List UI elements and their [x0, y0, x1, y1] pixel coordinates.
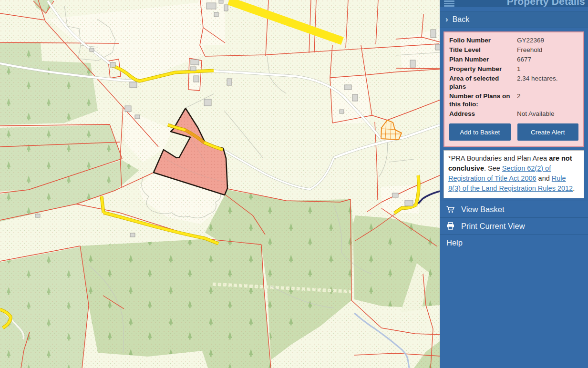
- printer-icon: [446, 222, 457, 230]
- panel-header: Property Details: [440, 0, 588, 7]
- boundaries-disclaimer: *PRA Boundaries and Plan Area are not co…: [444, 150, 584, 198]
- map-canvas[interactable]: [0, 0, 440, 368]
- sidebar-menu: View Basket Print Current View Help: [440, 201, 588, 251]
- disclaimer-text: *PRA Boundaries and Plan Area: [448, 154, 549, 162]
- landdirect-map-viewer: Property Details › Back Folio Number GY2…: [0, 0, 588, 368]
- cart-icon: [446, 206, 457, 213]
- title-level-row: Title Level Freehold: [449, 46, 578, 54]
- plan-number-row: Plan Number 6677: [449, 55, 578, 63]
- map-svg: [0, 0, 440, 368]
- back-button[interactable]: › Back: [440, 11, 588, 28]
- folio-row: Folio Number GY22369: [449, 36, 578, 44]
- address-row: Address Not Available: [449, 110, 578, 118]
- property-number-row: Property Number 1: [449, 65, 578, 73]
- help-item[interactable]: Help: [440, 234, 588, 251]
- panel-title: Property Details: [507, 0, 585, 7]
- chevron-right-icon: ›: [445, 15, 448, 24]
- property-details-panel: Property Details › Back Folio Number GY2…: [440, 0, 588, 368]
- view-basket-item[interactable]: View Basket: [440, 201, 588, 217]
- hamburger-icon[interactable]: [444, 0, 454, 7]
- folio-summary-card: Folio Number GY22369 Title Level Freehol…: [444, 31, 584, 147]
- add-to-basket-button[interactable]: Add to Basket: [449, 123, 511, 141]
- plans-count-row: Number of Plans on this folio: 2: [449, 92, 578, 108]
- print-current-view-item[interactable]: Print Current View: [440, 217, 588, 234]
- create-alert-button[interactable]: Create Alert: [517, 123, 579, 141]
- area-row: Area of selected plans 2.34 hectares.: [449, 74, 578, 91]
